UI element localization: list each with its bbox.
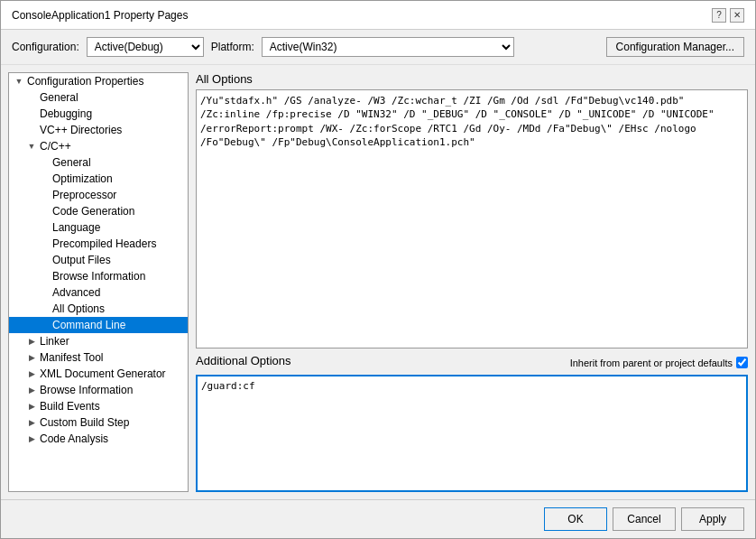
tree-label-all-options: All Options xyxy=(52,302,105,315)
config-label: Configuration: xyxy=(12,41,79,53)
tree-item-debugging[interactable]: Debugging xyxy=(9,106,188,122)
all-options-section: All Options xyxy=(196,72,748,348)
tree-item-browse-info[interactable]: ▶Browse Information xyxy=(9,382,188,398)
platform-select[interactable]: Active(Win32) xyxy=(262,37,514,57)
tree-panel: ▼Configuration PropertiesGeneralDebuggin… xyxy=(8,72,189,492)
tree-label-browse-info: Browse Information xyxy=(40,384,133,396)
tree-item-build-events[interactable]: ▶Build Events xyxy=(9,398,188,414)
additional-options-textarea[interactable] xyxy=(196,375,748,492)
tree-label-linker: Linker xyxy=(40,335,69,348)
all-options-title: All Options xyxy=(196,72,748,86)
tree-item-command-line[interactable]: Command Line xyxy=(9,317,188,333)
tree-label-command-line: Command Line xyxy=(52,319,125,331)
tree-item-browse-info-cpp[interactable]: Browse Information xyxy=(9,268,188,284)
additional-header: Additional Options Inherit from parent o… xyxy=(196,354,748,371)
title-bar: ConsoleApplication1 Property Pages ? ✕ xyxy=(1,1,755,30)
help-button[interactable]: ? xyxy=(712,8,726,23)
inherit-row: Inherit from parent or project defaults xyxy=(570,357,748,368)
tree-item-code-gen[interactable]: Code Generation xyxy=(9,203,188,219)
tree-item-precomp-hdr[interactable]: Precompiled Headers xyxy=(9,236,188,252)
tree-expander-manifest-tool[interactable]: ▶ xyxy=(25,351,38,364)
tree-expander-build-events[interactable]: ▶ xyxy=(25,400,38,413)
tree-expander-browse-info[interactable]: ▶ xyxy=(25,384,38,396)
additional-options-section: Additional Options Inherit from parent o… xyxy=(196,354,748,492)
tree-item-vc-dirs[interactable]: VC++ Directories xyxy=(9,122,188,138)
configuration-select[interactable]: Active(Debug) xyxy=(87,37,204,57)
tree-expander-custom-build[interactable]: ▶ xyxy=(25,416,38,429)
tree-item-config-props[interactable]: ▼Configuration Properties xyxy=(9,73,188,89)
config-bar: Configuration: Active(Debug) Platform: A… xyxy=(1,30,755,65)
platform-label: Platform: xyxy=(211,41,254,53)
apply-button[interactable]: Apply xyxy=(681,507,744,531)
tree-label-language: Language xyxy=(52,221,100,234)
ok-button[interactable]: OK xyxy=(544,507,607,531)
tree-item-xml-doc-gen[interactable]: ▶XML Document Generator xyxy=(9,366,188,382)
tree-expander-linker[interactable]: ▶ xyxy=(25,335,38,348)
button-bar: OK Cancel Apply xyxy=(1,499,755,538)
tree-item-cpp-general[interactable]: General xyxy=(9,154,188,171)
tree-label-build-events: Build Events xyxy=(40,400,100,413)
tree-item-advanced-cpp[interactable]: Advanced xyxy=(9,284,188,301)
tree-expander-cpp[interactable]: ▼ xyxy=(25,140,38,153)
cancel-button[interactable]: Cancel xyxy=(613,507,676,531)
tree-label-output-files: Output Files xyxy=(52,254,111,266)
tree-label-config-props: Configuration Properties xyxy=(27,75,143,88)
configuration-manager-button[interactable]: Configuration Manager... xyxy=(606,37,744,57)
tree-item-code-analysis[interactable]: ▶Code Analysis xyxy=(9,431,188,447)
tree-label-advanced-cpp: Advanced xyxy=(52,286,100,299)
tree-scroll[interactable]: ▼Configuration PropertiesGeneralDebuggin… xyxy=(9,73,188,491)
tree-item-all-options[interactable]: All Options xyxy=(9,301,188,317)
tree-item-general[interactable]: General xyxy=(9,89,188,106)
tree-expander-code-analysis[interactable]: ▶ xyxy=(25,432,38,445)
right-panel: All Options Additional Options Inherit f… xyxy=(196,72,748,492)
property-pages-dialog: ConsoleApplication1 Property Pages ? ✕ C… xyxy=(0,0,756,539)
tree-label-code-gen: Code Generation xyxy=(52,205,134,218)
main-content: ▼Configuration PropertiesGeneralDebuggin… xyxy=(1,65,755,499)
tree-item-linker[interactable]: ▶Linker xyxy=(9,333,188,349)
tree-label-code-analysis: Code Analysis xyxy=(40,432,108,445)
tree-label-vc-dirs: VC++ Directories xyxy=(40,124,122,136)
tree-expander-config-props[interactable]: ▼ xyxy=(13,75,25,88)
tree-label-preprocessor: Preprocessor xyxy=(52,189,116,201)
tree-label-debugging: Debugging xyxy=(40,107,92,120)
tree-label-cpp: C/C++ xyxy=(40,140,71,153)
tree-label-precomp-hdr: Precompiled Headers xyxy=(52,237,156,250)
tree-label-general: General xyxy=(40,91,78,104)
tree-label-browse-info-cpp: Browse Information xyxy=(52,270,145,283)
tree-label-cpp-general: General xyxy=(52,156,91,169)
all-options-textarea[interactable] xyxy=(196,89,748,348)
tree-item-preprocessor[interactable]: Preprocessor xyxy=(9,187,188,203)
additional-options-title: Additional Options xyxy=(196,354,291,367)
tree-item-cpp[interactable]: ▼C/C++ xyxy=(9,138,188,154)
title-bar-controls: ? ✕ xyxy=(712,8,744,23)
inherit-label: Inherit from parent or project defaults xyxy=(570,358,733,368)
tree-item-optimization[interactable]: Optimization xyxy=(9,171,188,187)
tree-item-manifest-tool[interactable]: ▶Manifest Tool xyxy=(9,349,188,366)
inherit-checkbox[interactable] xyxy=(736,357,748,368)
tree-item-custom-build[interactable]: ▶Custom Build Step xyxy=(9,414,188,431)
tree-item-output-files[interactable]: Output Files xyxy=(9,252,188,268)
tree-label-xml-doc-gen: XML Document Generator xyxy=(40,367,166,380)
tree-item-language[interactable]: Language xyxy=(9,219,188,236)
tree-expander-xml-doc-gen[interactable]: ▶ xyxy=(25,367,38,380)
tree-label-custom-build: Custom Build Step xyxy=(40,416,129,429)
tree-label-manifest-tool: Manifest Tool xyxy=(40,351,103,364)
dialog-title: ConsoleApplication1 Property Pages xyxy=(12,9,188,22)
tree-label-optimization: Optimization xyxy=(52,172,113,185)
close-button[interactable]: ✕ xyxy=(730,8,744,23)
